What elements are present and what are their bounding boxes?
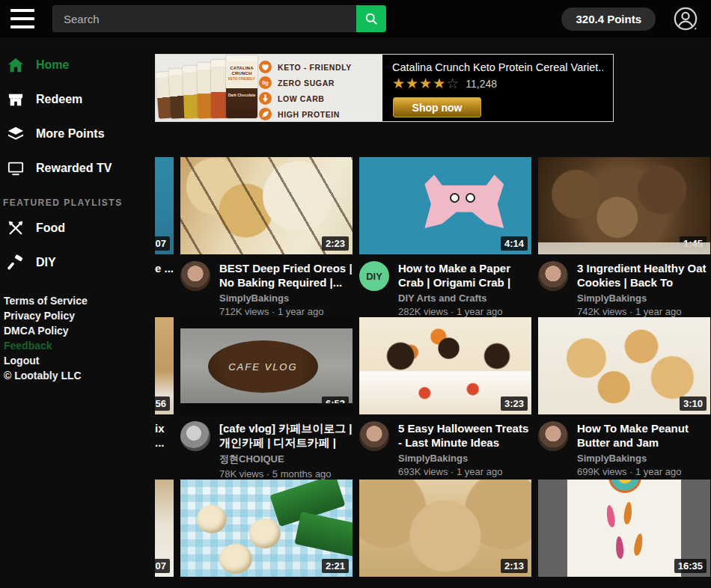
video-grid: 07 e ... 2:23 BEST Deep Fried Oreos | No… — [155, 157, 711, 577]
video-duration-badge: 1:45 — [680, 236, 707, 251]
video-thumbnail[interactable]: 56 — [155, 317, 174, 414]
sidebar-item-diy[interactable]: DIY — [0, 245, 153, 280]
video-thumbnail[interactable]: 16:35 — [538, 480, 710, 577]
sidebar-item-food[interactable]: Food — [0, 211, 153, 245]
video-row: 07 e ... 2:23 BEST Deep Fried Oreos | No… — [155, 157, 711, 317]
search-bar — [52, 5, 386, 32]
cereal-bags-image: CATALINA CRUNCH KETO FRIENDLY Dark Choco… — [157, 57, 257, 120]
ad-rating: ★★★★☆ 11,248 — [392, 76, 603, 91]
channel-avatar[interactable] — [359, 421, 389, 451]
video-title[interactable]: 3 Ingredient Healthy Oat Cookies | Back … — [577, 261, 710, 290]
sidebar-item-label: Home — [36, 58, 69, 72]
ad-product-image[interactable]: CATALINA CRUNCH KETO FRIENDLY Dark Choco… — [156, 55, 382, 121]
video-stats: 699K views · 1 year ago — [577, 466, 710, 477]
video-thumbnail[interactable]: 07 — [155, 480, 174, 577]
points-badge[interactable]: 320.4 Points — [561, 7, 656, 31]
video-duration-badge: 16:35 — [674, 559, 707, 573]
video-channel[interactable]: 정현CHOIQUE — [219, 453, 353, 466]
video-thumbnail[interactable]: 3:10 — [538, 317, 710, 414]
video-card[interactable]: 3:23 5 Easy Halloween Treats - Last Minu… — [359, 317, 531, 480]
video-stats: 712K views · 1 year ago — [219, 306, 353, 317]
star-empty-icon: ☆ — [446, 76, 459, 91]
video-title[interactable]: 5 Easy Halloween Treats - Last Minute Id… — [398, 421, 531, 450]
bag-variant-text: Dark Chocolate — [226, 93, 257, 97]
video-title-fragment: ix ... — [155, 421, 174, 450]
video-title[interactable]: [cafe vlog] 카페브이로그 | 개인카페 | 디저트카페 | 카... — [219, 421, 353, 450]
search-input[interactable] — [52, 5, 356, 32]
channel-avatar[interactable] — [538, 261, 568, 291]
sidebar-item-label: Food — [36, 221, 65, 235]
video-card[interactable]: 3:10 How To Make Peanut Butter and Jam C… — [538, 317, 710, 480]
ad-banner[interactable]: CATALINA CRUNCH KETO FRIENDLY Dark Choco… — [155, 54, 614, 122]
sidebar-item-label: DIY — [36, 256, 56, 269]
video-card[interactable]: 1:45 3 Ingredient Healthy Oat Cookies | … — [538, 157, 710, 317]
profile-icon — [673, 6, 698, 31]
ad-title[interactable]: Catalina Crunch Keto Protein Cereal Vari… — [392, 61, 603, 73]
video-duration-badge: 07 — [155, 236, 170, 251]
video-channel[interactable]: DIY Arts and Crafts — [398, 293, 531, 304]
video-thumbnail[interactable]: 4:14 — [359, 157, 531, 254]
main-content: CATALINA CRUNCH KETO FRIENDLY Dark Choco… — [153, 37, 711, 588]
shop-now-button[interactable]: Shop now — [393, 97, 481, 117]
channel-avatar[interactable] — [180, 261, 210, 291]
video-card[interactable]: CAFE VLOG 6:53 [cafe vlog] 카페브이로그 | 개인카페… — [180, 317, 353, 480]
video-card[interactable]: 4:14 DIY How to Make a Paper Crab | Orig… — [359, 157, 531, 317]
home-icon — [4, 57, 27, 73]
channel-avatar[interactable]: DIY — [359, 261, 389, 291]
video-channel[interactable]: SimplyBakings — [577, 453, 710, 464]
video-card[interactable]: 2:23 BEST Deep Fried Oreos | No Baking R… — [180, 157, 353, 317]
video-stats: 693K views · 1 year ago — [398, 466, 531, 477]
cake-text: CAFE VLOG — [228, 361, 297, 373]
benefit-zero-sugar: 0g ZERO SUGAR — [259, 76, 352, 90]
profile-button[interactable] — [672, 5, 699, 32]
channel-avatar[interactable] — [538, 421, 568, 451]
feedback-link[interactable]: Feedback — [4, 338, 153, 353]
video-row: 56 ix ... CAFE VLOG 6:53 [cafe vlog] — [155, 317, 711, 480]
star-filled-icon: ★ — [392, 76, 405, 91]
video-stats: 282K views · 1 year ago — [398, 306, 531, 317]
video-thumbnail[interactable]: 2:21 — [180, 480, 353, 577]
logout-link[interactable]: Logout — [4, 353, 153, 368]
top-bar: 320.4 Points — [0, 0, 711, 37]
terms-of-service-link[interactable]: Terms of Service — [4, 293, 153, 308]
bag-brand-text: CATALINA CRUNCH — [226, 66, 257, 76]
video-title[interactable]: BEST Deep Fried Oreos | No Baking Requir… — [219, 261, 353, 290]
video-channel[interactable]: SimplyBakings — [398, 453, 531, 464]
video-thumbnail[interactable]: CAFE VLOG 6:53 — [180, 317, 353, 414]
video-title[interactable]: How To Make Peanut Butter and Jam Cookie… — [577, 421, 710, 450]
video-card-partial[interactable]: 07 — [155, 480, 174, 577]
privacy-policy-link[interactable]: Privacy Policy — [4, 308, 153, 323]
video-card[interactable]: 2:13 — [359, 480, 531, 577]
ad-details: Catalina Crunch Keto Protein Cereal Vari… — [382, 55, 613, 121]
video-card-partial[interactable]: 56 ix ... — [155, 317, 174, 480]
video-channel[interactable]: SimplyBakings — [577, 293, 710, 304]
video-card[interactable]: 2:21 — [180, 480, 353, 577]
dmca-policy-link[interactable]: DMCA Policy — [4, 323, 153, 338]
hamburger-menu-icon[interactable] — [10, 9, 34, 28]
video-card-partial[interactable]: 07 e ... — [155, 157, 174, 317]
down-arrow-icon — [259, 92, 272, 105]
video-duration-badge: 56 — [155, 396, 170, 411]
sidebar-item-redeem[interactable]: Redeem — [0, 82, 153, 117]
sidebar-item-label: Redeem — [36, 93, 82, 106]
channel-avatar[interactable] — [180, 421, 210, 451]
sidebar-item-rewarded-tv[interactable]: Rewarded TV — [0, 151, 153, 186]
video-thumbnail[interactable]: 07 — [155, 157, 174, 254]
utensils-icon — [4, 220, 27, 236]
video-card[interactable]: 16:35 — [538, 480, 710, 577]
video-thumbnail[interactable]: 2:23 — [180, 157, 353, 254]
front-cereal-bag: CATALINA CRUNCH KETO FRIENDLY Dark Choco… — [226, 55, 257, 118]
video-duration-badge: 2:21 — [322, 559, 349, 573]
video-thumbnail[interactable]: 3:23 — [359, 317, 531, 414]
video-thumbnail[interactable]: 1:45 — [538, 157, 710, 254]
video-title[interactable]: How to Make a Paper Crab | Origami Crab … — [398, 261, 531, 290]
layers-icon — [4, 126, 27, 142]
sidebar-item-home[interactable]: Home — [0, 48, 153, 82]
sidebar-item-more-points[interactable]: More Points — [0, 117, 153, 151]
video-thumbnail[interactable]: 2:13 — [359, 480, 531, 577]
search-button[interactable] — [356, 5, 386, 32]
video-channel[interactable]: SimplyBakings — [219, 293, 353, 304]
chocolate-cake-image: CAFE VLOG — [208, 340, 318, 393]
featured-playlists-header: FEATURED PLAYLISTS — [0, 186, 153, 211]
video-duration-badge: 3:23 — [501, 396, 528, 411]
